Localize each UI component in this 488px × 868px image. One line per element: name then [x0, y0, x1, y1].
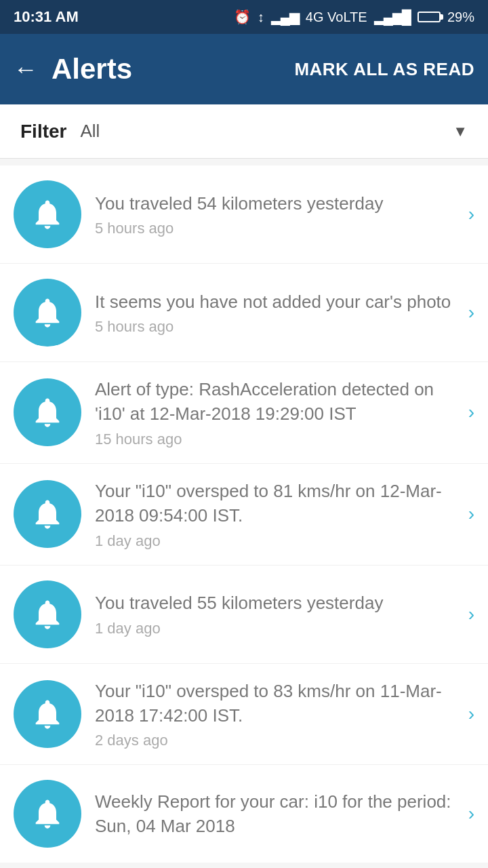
alert-content: Weekly Report for your car: i10 for the …	[95, 789, 455, 839]
filter-dropdown[interactable]: All ▼	[80, 121, 468, 142]
alert-content: Alert of type: RashAcceleration detected…	[95, 377, 455, 448]
alert-item[interactable]: You traveled 55 kilometers yesterday1 da…	[0, 566, 488, 664]
bell-icon	[14, 180, 81, 248]
page-title: Alerts	[52, 53, 132, 85]
chevron-right-icon: ›	[468, 803, 474, 825]
alert-content: Your "i10" oversped to 83 kms/hr on 11-M…	[95, 679, 455, 750]
alert-message: Weekly Report for your car: i10 for the …	[95, 789, 455, 839]
network-label: 4G VoLTE	[306, 9, 367, 25]
alert-time: 15 hours ago	[95, 431, 455, 448]
chevron-right-icon: ›	[468, 703, 474, 725]
header-left: ← Alerts	[14, 53, 132, 85]
back-button[interactable]: ←	[14, 55, 38, 83]
alert-message: You traveled 54 kilometers yesterday	[95, 191, 455, 216]
alert-content: It seems you have not added your car's p…	[95, 290, 455, 336]
status-time: 10:31 AM	[14, 8, 79, 26]
alert-item[interactable]: You traveled 54 kilometers yesterday5 ho…	[0, 165, 488, 264]
status-bar: 10:31 AM ⏰ ↕ ▂▄▆ 4G VoLTE ▂▄▆█ 29%	[0, 0, 488, 34]
mark-all-read-button[interactable]: MARK ALL AS READ	[294, 59, 474, 80]
alert-item[interactable]: Your "i10" oversped to 83 kms/hr on 11-M…	[0, 664, 488, 766]
bell-icon	[14, 680, 81, 748]
alert-content: You traveled 54 kilometers yesterday5 ho…	[95, 191, 455, 237]
chevron-right-icon: ›	[468, 401, 474, 423]
alert-time: 1 day ago	[95, 620, 455, 637]
alert-item[interactable]: Your "i10" oversped to 81 kms/hr on 12-M…	[0, 464, 488, 566]
alert-message: Your "i10" oversped to 81 kms/hr on 12-M…	[95, 479, 455, 528]
filter-value: All	[80, 121, 100, 142]
alert-time: 5 hours ago	[95, 220, 455, 237]
alerts-list: You traveled 54 kilometers yesterday5 ho…	[0, 165, 488, 863]
alert-time: 2 days ago	[95, 732, 455, 749]
filter-bar: Filter All ▼	[0, 104, 488, 159]
signal-icon: ↕	[258, 9, 264, 25]
signal-bars-2: ▂▄▆█	[374, 9, 411, 25]
chevron-right-icon: ›	[468, 604, 474, 625]
alert-message: You traveled 55 kilometers yesterday	[95, 591, 455, 615]
bell-icon	[14, 378, 81, 446]
alert-content: You traveled 55 kilometers yesterday1 da…	[95, 591, 455, 637]
chevron-right-icon: ›	[468, 503, 474, 525]
alert-message: Your "i10" oversped to 83 kms/hr on 11-M…	[95, 679, 455, 728]
alert-time: 5 hours ago	[95, 318, 455, 336]
bell-icon	[14, 279, 81, 347]
chevron-right-icon: ›	[468, 203, 474, 225]
status-icons: ⏰ ↕ ▂▄▆ 4G VoLTE ▂▄▆█ 29%	[234, 9, 474, 25]
alert-message: Alert of type: RashAcceleration detected…	[95, 377, 455, 427]
battery-icon	[418, 12, 441, 22]
chevron-right-icon: ›	[468, 302, 474, 323]
bell-icon	[14, 480, 81, 548]
bell-icon	[14, 780, 81, 848]
filter-label: Filter	[20, 121, 66, 142]
header: ← Alerts MARK ALL AS READ	[0, 34, 488, 104]
battery-percent: 29%	[447, 9, 474, 25]
alert-time: 1 day ago	[95, 532, 455, 550]
chevron-down-icon: ▼	[453, 123, 468, 140]
alert-item[interactable]: It seems you have not added your car's p…	[0, 264, 488, 362]
alarm-icon: ⏰	[234, 9, 251, 25]
alert-item[interactable]: Weekly Report for your car: i10 for the …	[0, 765, 488, 863]
alert-message: It seems you have not added your car's p…	[95, 290, 455, 314]
bell-icon	[14, 580, 81, 648]
signal-bars-1: ▂▄▆	[271, 9, 299, 25]
alert-item[interactable]: Alert of type: RashAcceleration detected…	[0, 362, 488, 464]
alert-content: Your "i10" oversped to 81 kms/hr on 12-M…	[95, 479, 455, 550]
